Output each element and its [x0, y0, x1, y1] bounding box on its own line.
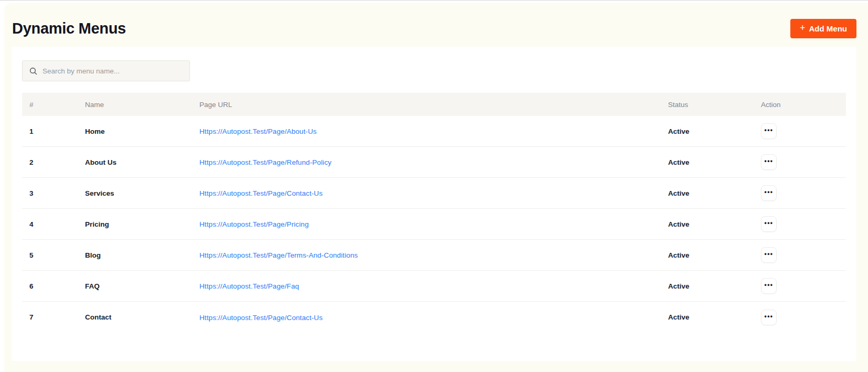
page-title: Dynamic Menus — [12, 20, 126, 37]
status-label: Active — [668, 313, 761, 321]
row-actions-button[interactable]: ••• — [761, 216, 777, 232]
table-row: 2 About Us Https://Autopost.Test/Page/Re… — [22, 147, 846, 178]
page-url-link[interactable]: Https://Autopost.Test/Page/Faq — [199, 282, 299, 290]
plus-icon: + — [800, 23, 806, 33]
page-url-link[interactable]: Https://Autopost.Test/Page/Pricing — [199, 220, 309, 228]
menu-name: FAQ — [85, 282, 199, 290]
ellipsis-icon: ••• — [764, 127, 773, 133]
row-actions-button[interactable]: ••• — [761, 185, 777, 201]
window-top-edge — [0, 0, 868, 1]
status-label: Active — [668, 127, 761, 135]
row-number: 7 — [29, 313, 85, 321]
page-url-link[interactable]: Https://Autopost.Test/Page/Terms-And-Con… — [199, 251, 358, 259]
menu-name: Home — [85, 127, 199, 135]
status-label: Active — [668, 251, 761, 259]
row-number: 6 — [29, 282, 85, 290]
row-actions-button[interactable]: ••• — [761, 278, 777, 294]
menu-name: Contact — [85, 313, 199, 321]
status-label: Active — [668, 282, 761, 290]
page-header: Dynamic Menus + Add Menu — [12, 17, 856, 40]
menus-table: # Name Page URL Status Action 1 Home Htt… — [22, 93, 846, 333]
menu-name: About Us — [85, 158, 199, 166]
row-actions-button[interactable]: ••• — [761, 310, 777, 325]
page-url-link[interactable]: Https://Autopost.Test/Page/About-Us — [199, 127, 316, 135]
search-box[interactable] — [22, 60, 190, 81]
menu-name: Services — [85, 189, 199, 197]
table-body: 1 Home Https://Autopost.Test/Page/About-… — [22, 116, 846, 333]
column-header-status: Status — [668, 101, 761, 109]
ellipsis-icon: ••• — [764, 313, 773, 320]
row-actions-button[interactable]: ••• — [761, 154, 777, 170]
status-label: Active — [668, 189, 761, 197]
status-label: Active — [668, 158, 761, 166]
column-header-index: # — [29, 101, 85, 109]
table-row: 6 FAQ Https://Autopost.Test/Page/Faq Act… — [22, 271, 846, 302]
column-header-url: Page URL — [199, 101, 668, 109]
row-number: 3 — [29, 189, 85, 197]
page-url-link[interactable]: Https://Autopost.Test/Page/Contact-Us — [199, 314, 323, 322]
status-label: Active — [668, 220, 761, 228]
page-url-link[interactable]: Https://Autopost.Test/Page/Refund-Policy — [199, 158, 332, 166]
column-header-name: Name — [85, 101, 199, 109]
row-number: 2 — [29, 158, 85, 166]
table-row: 7 Contact Https://Autopost.Test/Page/Con… — [22, 302, 846, 333]
menu-name: Pricing — [85, 220, 199, 228]
row-number: 5 — [29, 251, 85, 259]
table-row: 4 Pricing Https://Autopost.Test/Page/Pri… — [22, 209, 846, 240]
content-area: Dynamic Menus + Add Menu # Name Page URL… — [4, 3, 868, 372]
ellipsis-icon: ••• — [764, 158, 773, 164]
ellipsis-icon: ••• — [764, 220, 773, 226]
table-row: 3 Services Https://Autopost.Test/Page/Co… — [22, 178, 846, 209]
add-menu-button[interactable]: + Add Menu — [790, 19, 856, 38]
menus-card: # Name Page URL Status Action 1 Home Htt… — [12, 47, 856, 361]
row-number: 1 — [29, 127, 85, 135]
search-input[interactable] — [43, 67, 183, 75]
search-icon — [29, 67, 38, 76]
table-row: 5 Blog Https://Autopost.Test/Page/Terms-… — [22, 240, 846, 271]
table-row: 1 Home Https://Autopost.Test/Page/About-… — [22, 116, 846, 147]
row-actions-button[interactable]: ••• — [761, 247, 777, 263]
ellipsis-icon: ••• — [764, 189, 773, 195]
menu-name: Blog — [85, 251, 199, 259]
page-url-link[interactable]: Https://Autopost.Test/Page/Contact-Us — [199, 189, 323, 197]
row-actions-button[interactable]: ••• — [761, 123, 777, 139]
row-number: 4 — [29, 220, 85, 228]
ellipsis-icon: ••• — [764, 282, 773, 288]
add-menu-button-label: Add Menu — [809, 24, 848, 33]
column-header-action: Action — [761, 101, 846, 109]
table-header-row: # Name Page URL Status Action — [22, 93, 846, 116]
ellipsis-icon: ••• — [764, 251, 773, 257]
